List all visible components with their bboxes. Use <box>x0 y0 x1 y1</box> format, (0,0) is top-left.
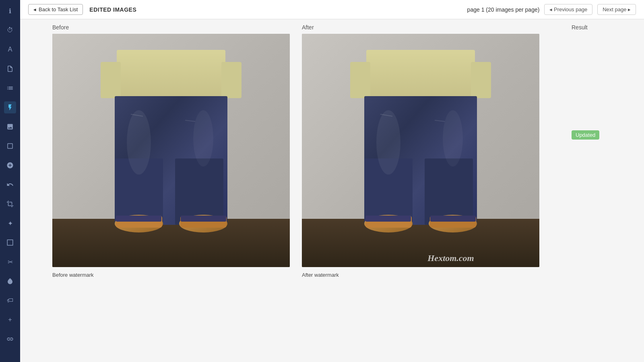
drop-icon[interactable] <box>4 275 16 287</box>
before-image-wrapper <box>52 34 290 267</box>
after-image-wrapper: Hextom.com <box>302 34 539 267</box>
clock-icon[interactable]: ⏱ <box>4 24 16 36</box>
add-bottom-icon[interactable]: + <box>4 314 16 326</box>
topbar-right: page 1 (20 images per page) ◂ Previous p… <box>467 4 636 15</box>
svg-rect-4 <box>101 62 121 98</box>
topbar-left: ◂ Back to Task List EDITED IMAGES <box>28 4 136 15</box>
prev-page-button[interactable]: ◂ Previous page <box>544 4 592 15</box>
list-icon[interactable] <box>4 82 16 94</box>
svg-rect-5 <box>221 62 242 98</box>
after-image-cell: Hextom.com After watermark <box>302 34 572 278</box>
before-image-cell: Before watermark <box>52 34 302 278</box>
next-page-button[interactable]: Next page ▸ <box>597 4 636 15</box>
back-to-tasklist-button[interactable]: ◂ Back to Task List <box>28 4 83 15</box>
topbar: ◂ Back to Task List EDITED IMAGES page 1… <box>20 0 644 19</box>
page-title: EDITED IMAGES <box>89 6 136 13</box>
svg-rect-22 <box>350 62 370 98</box>
main-content: ◂ Back to Task List EDITED IMAGES page 1… <box>20 0 644 362</box>
updated-badge: Updated <box>572 130 599 140</box>
svg-rect-21 <box>366 50 475 102</box>
after-column-header: After <box>302 24 572 31</box>
svg-rect-3 <box>117 50 225 102</box>
svg-point-27 <box>376 110 400 175</box>
svg-rect-18 <box>181 216 226 222</box>
sparkle-icon[interactable]: ✦ <box>4 217 16 229</box>
undo-icon[interactable] <box>4 179 16 191</box>
svg-rect-23 <box>471 62 491 98</box>
info-icon[interactable]: ℹ <box>4 5 16 17</box>
after-image-svg: Hextom.com <box>302 34 539 267</box>
scissors-icon[interactable]: ✂ <box>4 256 16 268</box>
content-area: Before After Result <box>20 19 644 362</box>
svg-rect-17 <box>116 216 161 222</box>
back-btn-label: Back to Task List <box>39 6 78 12</box>
pagination-info: page 1 (20 images per page) <box>467 6 540 13</box>
svg-rect-36 <box>430 216 476 222</box>
sidebar: ℹ ⏱ A ✦ ✂ 🏷 + <box>0 0 20 362</box>
before-image-caption: Before watermark <box>52 270 302 278</box>
document-icon[interactable] <box>4 63 16 75</box>
image-file-icon[interactable] <box>4 121 16 133</box>
svg-point-28 <box>443 110 463 167</box>
chevron-left-icon: ◂ <box>33 6 36 12</box>
before-column-header: Before <box>52 24 302 31</box>
tag-icon[interactable]: 🏷 <box>4 294 16 306</box>
svg-rect-8 <box>175 158 223 225</box>
link-icon[interactable] <box>4 333 16 345</box>
result-column: Updated <box>572 34 636 140</box>
text-icon[interactable]: A <box>4 43 16 56</box>
svg-rect-26 <box>425 158 473 225</box>
svg-rect-35 <box>365 216 411 222</box>
add-circle-icon[interactable] <box>4 159 16 171</box>
image-row: Before watermark <box>20 34 644 278</box>
svg-point-10 <box>193 110 213 167</box>
crop-icon[interactable] <box>4 198 16 210</box>
after-image-caption: After watermark <box>302 270 572 278</box>
svg-text:Hextom.com: Hextom.com <box>427 253 474 263</box>
result-column-header: Result <box>572 24 636 31</box>
before-image-svg <box>52 34 290 267</box>
frame-icon[interactable] <box>4 237 16 249</box>
column-headers: Before After Result <box>20 19 644 34</box>
svg-rect-2 <box>52 219 290 267</box>
svg-rect-20 <box>302 219 539 267</box>
bolt-icon[interactable] <box>4 101 16 113</box>
svg-point-9 <box>127 110 151 175</box>
box-icon[interactable] <box>4 140 16 152</box>
